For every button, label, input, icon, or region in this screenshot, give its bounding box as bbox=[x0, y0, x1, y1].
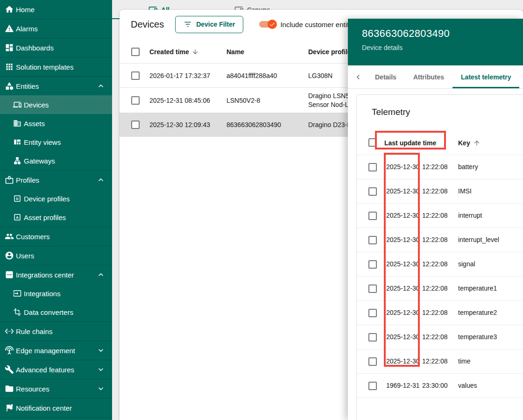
select-all-checkbox[interactable] bbox=[131, 48, 140, 56]
telemetry-table-row[interactable]: 2025-12-3012:22:08time bbox=[357, 349, 523, 373]
chevron-up-icon bbox=[95, 80, 106, 92]
tabs-scroll-left-button[interactable] bbox=[352, 71, 365, 84]
cell-last-update-date: 2025-12-30 bbox=[386, 357, 420, 365]
dashboards-icon bbox=[4, 42, 15, 53]
cell-last-update-date: 2025-12-30 bbox=[386, 212, 420, 219]
sidebar-item-label: Edge management bbox=[16, 347, 75, 355]
row-checkbox[interactable] bbox=[368, 285, 377, 293]
sort-desc-icon bbox=[191, 48, 199, 56]
select-all-checkbox[interactable] bbox=[368, 138, 377, 147]
tab-attributes[interactable]: Attributes bbox=[405, 65, 452, 88]
sidebar-item-alarms[interactable]: Alarms bbox=[0, 19, 112, 38]
telemetry-table-row[interactable]: 1969-12-3123:30:00values bbox=[357, 373, 523, 398]
cell-created-time: 2025-12-31 08:45:06 bbox=[149, 96, 210, 105]
panel-tabbar: Details Attributes Latest telemetry bbox=[348, 65, 523, 89]
tab-latest-telemetry[interactable]: Latest telemetry bbox=[452, 65, 519, 88]
telemetry-table-row[interactable]: 2025-12-3012:22:08IMSI bbox=[357, 179, 523, 203]
device-profile-icon: D bbox=[12, 193, 23, 204]
cell-key: values bbox=[458, 382, 477, 389]
cell-key: interrupt bbox=[458, 212, 482, 219]
sidebar-item-label: Resources bbox=[16, 385, 49, 393]
asset-profile-icon: A bbox=[12, 212, 23, 223]
sidebar-item-gateways[interactable]: Gateways bbox=[0, 151, 112, 170]
sidebar-item-advanced-features[interactable]: Advanced features bbox=[0, 360, 112, 379]
chevron-down-icon bbox=[95, 364, 106, 375]
building-icon bbox=[12, 118, 23, 129]
sidebar-item-home[interactable]: Home bbox=[0, 0, 112, 19]
sidebar-item-label: Entities bbox=[16, 82, 39, 90]
telemetry-table-row[interactable]: 2025-12-3012:22:08temperature3 bbox=[357, 325, 523, 349]
sidebar-item-profiles[interactable]: Profiles bbox=[0, 171, 112, 189]
row-checkbox[interactable] bbox=[368, 382, 377, 390]
include-customer-entities-toggle[interactable] bbox=[259, 21, 276, 28]
telemetry-table-row[interactable]: 2025-12-3012:22:08interrupt bbox=[357, 203, 523, 228]
telemetry-table-row[interactable]: 2025-12-3012:22:08temperature2 bbox=[357, 300, 523, 325]
telemetry-table-row[interactable]: 2025-12-3012:22:08signal bbox=[357, 252, 523, 276]
sidebar-item-dashboards[interactable]: Dashboards bbox=[0, 38, 112, 57]
row-checkbox[interactable] bbox=[368, 309, 377, 317]
grid-icon bbox=[4, 61, 15, 72]
row-checkbox[interactable] bbox=[131, 96, 140, 105]
row-checkbox[interactable] bbox=[131, 121, 140, 129]
telemetry-table-row[interactable]: 2025-12-3012:22:08temperature1 bbox=[357, 276, 523, 300]
sidebar-item-integrations-center[interactable]: Integrations center bbox=[0, 265, 112, 284]
column-header-device-profile[interactable]: Device profile bbox=[308, 48, 351, 56]
sidebar-item-edge-management[interactable]: Edge management bbox=[0, 341, 112, 360]
column-header-created-time[interactable]: Created time bbox=[149, 48, 199, 56]
sidebar-item-resources[interactable]: Resources bbox=[0, 379, 112, 398]
sidebar-item-customers[interactable]: Customers bbox=[0, 227, 112, 246]
shapes-icon bbox=[4, 80, 15, 92]
row-checkbox[interactable] bbox=[131, 71, 140, 80]
cell-last-update-date: 1969-12-31 bbox=[386, 382, 420, 389]
sidebar-item-entity-views[interactable]: Entity views bbox=[0, 133, 112, 151]
cell-key: temperature1 bbox=[458, 285, 497, 292]
cell-name: 863663062803490 bbox=[226, 121, 281, 129]
sidebar-item-integrations[interactable]: Integrations bbox=[0, 284, 112, 303]
sidebar-item-notification-center[interactable]: Notification center bbox=[0, 399, 112, 417]
column-header-last-update-time[interactable]: Last update time bbox=[384, 139, 436, 147]
sidebar-item-devices[interactable]: Devices bbox=[0, 95, 112, 114]
sidebar-item-label: Notification center bbox=[16, 404, 72, 412]
column-header-name[interactable]: Name bbox=[226, 48, 244, 56]
column-header-key[interactable]: Key bbox=[458, 139, 481, 147]
sidebar-item-device-profiles[interactable]: DDevice profiles bbox=[0, 189, 112, 208]
row-checkbox[interactable] bbox=[368, 260, 377, 269]
sidebar-item-entities[interactable]: Entities bbox=[0, 77, 112, 95]
row-checkbox[interactable] bbox=[368, 236, 377, 244]
cell-key: temperature2 bbox=[458, 309, 497, 316]
sidebar-item-solution-templates[interactable]: Solution templates bbox=[0, 57, 112, 76]
chevron-down-icon bbox=[95, 345, 106, 356]
sidebar-item-assets[interactable]: Assets bbox=[0, 114, 112, 133]
telemetry-table-row[interactable]: 2025-12-3012:22:08battery bbox=[357, 155, 523, 179]
sidebar-item-label: Integrations bbox=[24, 290, 60, 298]
toggle-label: Include customer entities bbox=[280, 21, 358, 28]
antenna-icon bbox=[4, 345, 15, 356]
view-quilt-icon bbox=[12, 136, 23, 148]
badge-icon bbox=[4, 174, 15, 185]
cell-last-update-time: 23:30:00 bbox=[422, 382, 448, 389]
sort-asc-icon bbox=[473, 139, 481, 147]
device-details-panel: 863663062803490 Device details Details A… bbox=[348, 19, 523, 420]
telemetry-table-row[interactable]: 2025-12-3012:22:08interrupt_level bbox=[357, 228, 523, 252]
sidebar-divider bbox=[0, 417, 112, 418]
cell-last-update-time: 12:22:08 bbox=[422, 285, 448, 292]
row-checkbox[interactable] bbox=[368, 333, 377, 342]
row-checkbox[interactable] bbox=[368, 212, 377, 220]
sidebar-item-data-converters[interactable]: Data converters bbox=[0, 303, 112, 321]
cell-last-update-date: 2025-12-30 bbox=[386, 285, 420, 292]
cell-last-update-time: 12:22:08 bbox=[422, 333, 448, 341]
sidebar-item-rule-chains[interactable]: Rule chains bbox=[0, 322, 112, 341]
row-checkbox[interactable] bbox=[368, 357, 377, 366]
tab-details[interactable]: Details bbox=[367, 65, 405, 88]
row-checkbox[interactable] bbox=[368, 187, 377, 196]
cell-key: time bbox=[458, 357, 470, 365]
cell-last-update-date: 2025-12-30 bbox=[386, 163, 420, 171]
row-checkbox[interactable] bbox=[368, 163, 377, 171]
sidebar-item-asset-profiles[interactable]: AAsset profiles bbox=[0, 208, 112, 227]
person-icon bbox=[4, 250, 15, 261]
cell-last-update-date: 2025-12-30 bbox=[386, 309, 420, 316]
sidebar-item-label: Profiles bbox=[16, 176, 39, 184]
sidebar-item-users[interactable]: Users bbox=[0, 246, 112, 265]
sidebar-item-label: Users bbox=[16, 252, 34, 260]
device-filter-button[interactable]: Device Filter bbox=[175, 16, 243, 33]
